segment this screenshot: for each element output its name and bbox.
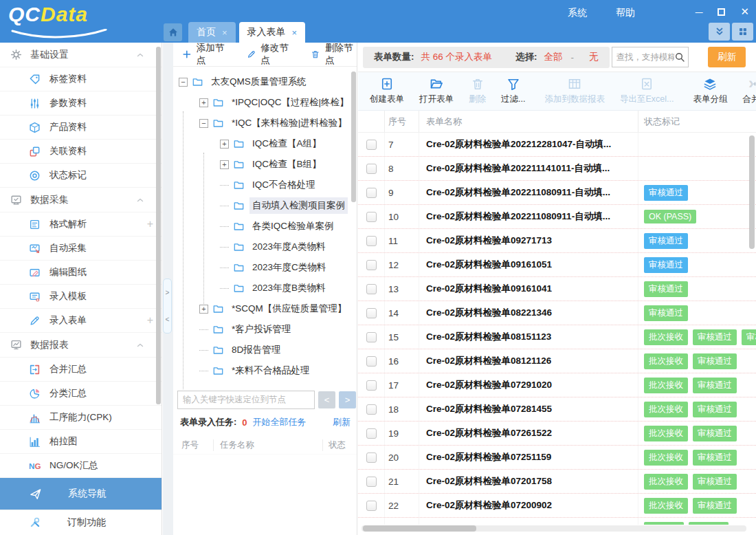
- expand-node-toggle[interactable]: +: [220, 140, 229, 149]
- create-form-button[interactable]: 创建表单: [362, 77, 412, 105]
- select-none-link[interactable]: 无: [589, 51, 599, 63]
- form-name[interactable]: Cre-02原材料检验单08151123: [419, 325, 638, 349]
- custom-functions-button[interactable]: 订制功能: [0, 510, 162, 535]
- row-checkbox[interactable]: [366, 164, 377, 174]
- form-name[interactable]: Cre-02原材料检验单07291020: [419, 373, 638, 397]
- row-checkbox[interactable]: [366, 308, 377, 318]
- form-name[interactable]: Cre-02原材料检验单09161051: [419, 253, 638, 276]
- row-checkbox[interactable]: [366, 260, 377, 270]
- tree-node-label[interactable]: *来料不合格品处理: [229, 362, 312, 379]
- table-row[interactable]: 21Cre-02原材料检验单07201758批次接收审核通过: [358, 470, 756, 494]
- form-name[interactable]: Cre-02原材料检验单08221346: [419, 301, 638, 325]
- tree-node[interactable]: 2023年度B类物料: [173, 278, 357, 298]
- form-name[interactable]: Cre-02原材料检验单202211080911-自动填...: [419, 205, 638, 228]
- table-row[interactable]: 11Cre-02原材料检验单09271713审核通过: [358, 229, 756, 253]
- tree-node-label[interactable]: IQC检查【B组】: [249, 156, 324, 173]
- tree-node[interactable]: +*SCQM【供应链质量管理】: [173, 298, 357, 319]
- form-name[interactable]: Cre-02原材料检验单07281455: [419, 397, 638, 421]
- form-name[interactable]: Cre-02原材料检验单07200902: [419, 494, 638, 517]
- filter-button[interactable]: 过滤...: [493, 77, 533, 105]
- plus-icon[interactable]: +: [147, 314, 153, 327]
- search-icon[interactable]: [674, 52, 685, 63]
- row-checkbox[interactable]: [366, 452, 377, 463]
- node-search-input[interactable]: [177, 391, 315, 409]
- tree-node[interactable]: +IQC检查【A组】: [173, 133, 357, 154]
- sidebar-section-data-report[interactable]: 数据报表: [0, 333, 162, 358]
- tab-form-entry[interactable]: 录入表单 ×: [239, 22, 306, 43]
- tree-node-label[interactable]: 2023年度B类物料: [249, 280, 329, 296]
- sidebar-item-format-parse[interactable]: 格式解析+: [0, 212, 162, 237]
- sidebar-item-product-data[interactable]: 产品资料: [0, 116, 162, 140]
- collapse-node-toggle[interactable]: −: [199, 119, 208, 128]
- collapse-panel-handle[interactable]: > <: [163, 279, 172, 334]
- table-row[interactable]: 7Cre-02原材料检验单202212281047-自动填...: [358, 133, 756, 157]
- tree-node[interactable]: +*IPQC|OQC【过程检|终检】: [173, 92, 357, 113]
- row-checkbox[interactable]: [366, 212, 377, 222]
- toolbar-overflow-icon[interactable]: ›: [748, 74, 754, 93]
- row-checkbox[interactable]: [366, 356, 377, 367]
- table-row-partial[interactable]: [358, 518, 756, 525]
- modify-node-button[interactable]: 修改节点: [247, 42, 293, 67]
- table-hscrollbar-thumb[interactable]: [363, 525, 476, 532]
- tree-node[interactable]: −太友QMS质量管理系统: [173, 72, 357, 92]
- delete-node-button[interactable]: 删除节点: [311, 42, 357, 67]
- tab-grid-button[interactable]: [732, 23, 753, 41]
- form-name[interactable]: Cre-02原材料检验单07201758: [419, 470, 638, 493]
- tree-node[interactable]: IQC不合格处理: [173, 175, 357, 195]
- table-row[interactable]: 19Cre-02原材料检验单07261522批次接收审核通过: [358, 422, 756, 446]
- form-name[interactable]: Cre-02原材料检验单07261522: [419, 422, 638, 445]
- refresh-tasks-link[interactable]: 刷新: [333, 416, 351, 428]
- sidebar-item-pareto[interactable]: 柏拉图: [0, 430, 162, 454]
- sidebar-item-entry-template[interactable]: 录入模板: [0, 285, 162, 309]
- table-row[interactable]: 16Cre-02原材料检验单08121126批次接收审核通过: [358, 349, 756, 373]
- form-name[interactable]: Cre-02原材料检验单202211080911-自动填...: [419, 181, 638, 204]
- table-row[interactable]: 10Cre-02原材料检验单202211080911-自动填...OK (PAS…: [358, 205, 756, 229]
- tree-node[interactable]: 2023年度C类物料: [173, 257, 357, 278]
- tree-node[interactable]: 自动填入检测项目案例: [173, 195, 357, 216]
- tree-node-label[interactable]: 太友QMS质量管理系统: [208, 74, 309, 90]
- tree-node[interactable]: *来料不合格品处理: [173, 360, 357, 381]
- system-nav-button[interactable]: 系统导航: [0, 478, 162, 510]
- table-vscrollbar-thumb[interactable]: [749, 135, 755, 249]
- close-tab-icon[interactable]: ×: [292, 28, 298, 38]
- expand-node-toggle[interactable]: +: [220, 160, 229, 169]
- row-checkbox[interactable]: [366, 404, 377, 415]
- row-checkbox[interactable]: [366, 380, 377, 391]
- sidebar-item-cpk[interactable]: 工序能力(CPK): [0, 406, 162, 430]
- sidebar-item-entry-form[interactable]: 录入表单+: [0, 309, 162, 333]
- form-name[interactable]: Cre-02原材料检验单09161041: [419, 277, 638, 301]
- expand-node-toggle[interactable]: +: [199, 305, 208, 314]
- tab-homepage[interactable]: 首页 ×: [188, 22, 236, 43]
- tree-node[interactable]: 2023年度A类物料: [173, 237, 357, 257]
- row-checkbox[interactable]: [366, 477, 377, 487]
- table-row[interactable]: 17Cre-02原材料检验单07291020批次接收审核通过: [358, 373, 756, 397]
- tree-node[interactable]: −*IQC【来料检验|进料检验】: [173, 113, 357, 133]
- sidebar-item-ngok-summary[interactable]: NGNG/OK汇总: [0, 454, 162, 478]
- row-checkbox[interactable]: [366, 525, 377, 525]
- tree-node-label[interactable]: IQC检查【A组】: [249, 135, 324, 152]
- sidebar-item-merge-summary[interactable]: 合并汇总: [0, 358, 162, 382]
- row-checkbox[interactable]: [366, 284, 377, 294]
- sidebar-item-parameter-data[interactable]: 参数资料: [0, 91, 162, 116]
- table-row[interactable]: 8Cre-02原材料检验单202211141011-自动填...: [358, 157, 756, 181]
- menu-help[interactable]: 帮助: [616, 7, 635, 19]
- tree-node-label[interactable]: 2023年度C类物料: [249, 259, 329, 276]
- tree-node-label[interactable]: IQC不合格处理: [249, 177, 318, 193]
- add-node-button[interactable]: 添加节点: [182, 42, 228, 67]
- open-form-button[interactable]: 打开表单: [412, 77, 461, 105]
- tree-node-label[interactable]: 2023年度A类物料: [249, 239, 329, 255]
- table-row[interactable]: 13Cre-02原材料检验单09161041审核通过: [358, 277, 756, 301]
- tree-node-label[interactable]: *SCQM【供应链质量管理】: [229, 301, 349, 317]
- tree-node[interactable]: +IQC检查【B组】: [173, 154, 357, 175]
- menu-system[interactable]: 系统: [568, 7, 587, 19]
- row-checkbox[interactable]: [366, 188, 377, 198]
- start-all-tasks-link[interactable]: 开始全部任务: [253, 416, 307, 428]
- maximize-button[interactable]: [718, 6, 725, 18]
- group-forms-button[interactable]: 表单分组: [685, 77, 735, 105]
- sidebar-section-data-collection[interactable]: 数据采集: [0, 188, 162, 212]
- home-tab-button[interactable]: [164, 23, 182, 41]
- table-row[interactable]: 20Cre-02原材料检验单07251159批次接收审核通过: [358, 446, 756, 470]
- sidebar-item-relation-data[interactable]: 关联资料: [0, 140, 162, 164]
- table-row[interactable]: 15Cre-02原材料检验单08151123批次接收审核通过审核通过: [358, 325, 756, 349]
- sidebar-scrollbar-thumb[interactable]: [156, 47, 161, 404]
